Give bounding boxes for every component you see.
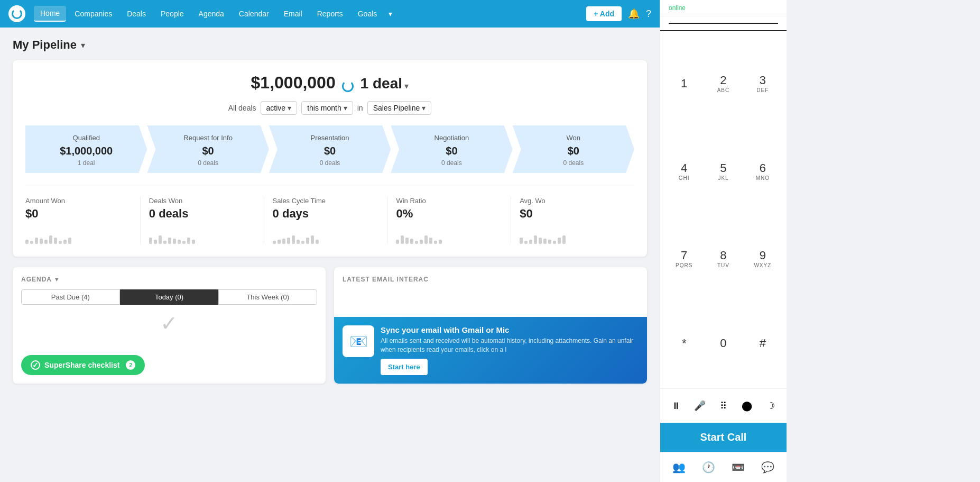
deal-count-dropdown-icon[interactable]: ▾ <box>404 81 409 90</box>
dial-key-9[interactable]: 9 WXYZ <box>743 215 782 303</box>
stat-label: Avg. Wo <box>520 197 626 205</box>
deal-count: 1 deal <box>360 75 402 92</box>
stage-amount: $0 <box>519 145 628 157</box>
stage-amount: $0 <box>153 145 262 157</box>
pipeline-filter-dropdown[interactable]: Sales Pipeline ▾ <box>367 101 432 115</box>
stats-row: Amount Won $0 Deals Won 0 deals <box>25 186 634 244</box>
mute-button[interactable]: 🎤 <box>689 395 710 416</box>
agenda-tab-this-week[interactable]: This Week (0) <box>218 289 317 305</box>
stat-value: 0 days <box>273 207 379 221</box>
phone-panel: online 1 2 ABC 3 DEF 4 GHI 5 JKL 6 MNO 7 <box>660 0 787 482</box>
stage-deals: 0 deals <box>519 159 628 167</box>
nav-people[interactable]: People <box>154 6 190 21</box>
nav-deals[interactable]: Deals <box>121 6 152 21</box>
pipeline-dropdown-icon[interactable]: ▾ <box>81 40 85 50</box>
nav-reports[interactable]: Reports <box>311 6 349 21</box>
speaker-button[interactable]: ⬤ <box>736 395 757 416</box>
add-button[interactable]: + Add <box>586 6 622 21</box>
stat-label: Amount Won <box>25 197 132 205</box>
notification-icon[interactable]: 🔔 <box>628 8 640 20</box>
contacts-icon: 👥 <box>672 461 686 474</box>
logo[interactable] <box>8 5 25 22</box>
stage-request-info[interactable]: Request for Info $0 0 deals <box>147 125 269 173</box>
agenda-tab-past-due[interactable]: Past Due (4) <box>21 289 120 305</box>
email-notif-title: Sync your email with Gmail or Mic <box>381 325 639 334</box>
dial-key-star[interactable]: * <box>664 303 704 385</box>
email-notification-banner: 📧 Sync your email with Gmail or Mic All … <box>334 317 647 384</box>
agenda-section-title: AGENDA <box>21 276 52 283</box>
stage-deals: 1 deal <box>32 159 141 167</box>
nav-email[interactable]: Email <box>278 6 309 21</box>
nav-home[interactable]: Home <box>34 6 66 22</box>
email-start-here-button[interactable]: Start here <box>381 359 428 375</box>
stage-name: Presentation <box>275 134 384 142</box>
stat-avg-wo: Avg. Wo $0 <box>511 197 634 244</box>
pause-button[interactable]: ⏸ <box>665 395 687 416</box>
recent-calls-icon: 🕐 <box>702 461 715 474</box>
moon-button[interactable]: ☽ <box>760 395 781 416</box>
agenda-card: AGENDA ▾ Past Due (4) Today (0) This Wee… <box>13 267 326 384</box>
dial-key-6[interactable]: 6 MNO <box>743 128 782 215</box>
dial-key-8[interactable]: 8 TUV <box>704 215 743 303</box>
dial-key-3[interactable]: 3 DEF <box>743 40 782 128</box>
stat-amount-won: Amount Won $0 <box>25 197 141 244</box>
phone-input-area <box>660 16 787 31</box>
stat-win-ratio: Win Ratio 0% <box>387 197 511 244</box>
stage-presentation[interactable]: Presentation $0 0 deals <box>269 125 391 173</box>
dial-grid: 1 2 ABC 3 DEF 4 GHI 5 JKL 6 MNO 7 PQRS 8 <box>660 35 787 388</box>
loading-spinner <box>342 80 354 92</box>
chat-nav-button[interactable]: 💬 <box>757 459 779 476</box>
email-section-title: LATEST EMAIL INTERAC <box>343 276 429 283</box>
stage-won[interactable]: Won $0 0 deals <box>513 125 634 173</box>
dial-key-5[interactable]: 5 JKL <box>704 128 743 215</box>
nav-more-icon[interactable]: ▾ <box>385 6 395 21</box>
stat-value: $0 <box>520 207 626 221</box>
start-call-button[interactable]: Start Call <box>660 423 787 452</box>
pipeline-stages: Qualified $1,000,000 1 deal Request for … <box>25 125 634 173</box>
status-filter-dropdown[interactable]: active ▾ <box>261 101 298 115</box>
contacts-nav-button[interactable]: 👥 <box>668 459 690 476</box>
stat-value: $0 <box>25 207 132 221</box>
stage-deals: 0 deals <box>153 159 262 167</box>
stage-negotiation[interactable]: Negotiation $0 0 deals <box>391 125 512 173</box>
phone-controls: ⏸ 🎤 ⠿ ⬤ ☽ <box>660 388 787 423</box>
stat-sales-cycle: Sales Cycle Time 0 days <box>264 197 388 244</box>
nav-goals[interactable]: Goals <box>352 6 384 21</box>
agenda-tab-today[interactable]: Today (0) <box>120 289 219 305</box>
email-icon: 📧 <box>343 325 374 357</box>
period-filter-dropdown[interactable]: this month ▾ <box>301 101 353 115</box>
supershare-checklist-button[interactable]: ✓ SuperShare checklist 2 <box>21 355 145 375</box>
dial-key-0[interactable]: 0 <box>704 303 743 385</box>
stage-name: Request for Info <box>153 134 262 142</box>
recent-calls-nav-button[interactable]: 🕐 <box>698 459 719 476</box>
stat-value: 0% <box>396 207 502 221</box>
chat-icon: 💬 <box>761 461 774 474</box>
dial-key-2[interactable]: 2 ABC <box>704 40 743 128</box>
top-nav: Home Companies Deals People Agenda Calen… <box>0 0 660 28</box>
dial-key-1[interactable]: 1 <box>664 40 704 128</box>
nav-agenda[interactable]: Agenda <box>192 6 230 21</box>
stage-amount: $1,000,000 <box>32 145 141 157</box>
dial-key-4[interactable]: 4 GHI <box>664 128 704 215</box>
dial-key-hash[interactable]: # <box>743 303 782 385</box>
help-icon[interactable]: ? <box>646 8 651 20</box>
dial-key-7[interactable]: 7 PQRS <box>664 215 704 303</box>
agenda-dropdown-icon[interactable]: ▾ <box>55 276 59 283</box>
stage-qualified[interactable]: Qualified $1,000,000 1 deal <box>25 125 147 173</box>
pipeline-card: $1,000,000 1 deal ▾ All deals active ▾ t… <box>13 60 647 257</box>
stat-label: Win Ratio <box>396 197 502 205</box>
keypad-button[interactable]: ⠿ <box>713 395 734 416</box>
nav-companies[interactable]: Companies <box>68 6 118 21</box>
stage-amount: $0 <box>397 145 506 157</box>
stat-deals-won: Deals Won 0 deals <box>141 197 264 244</box>
nav-calendar[interactable]: Calendar <box>233 6 275 21</box>
agenda-check-icon: ✓ <box>21 311 317 335</box>
phone-bottom-nav: 👥 🕐 📼 💬 <box>660 452 787 482</box>
phone-status: online <box>660 0 787 16</box>
email-notif-content: Sync your email with Gmail or Mic All em… <box>381 325 639 375</box>
filter-in-label: in <box>357 104 363 112</box>
voicemail-nav-button[interactable]: 📼 <box>727 459 749 476</box>
deal-amount: $1,000,000 <box>251 73 336 92</box>
stage-name: Won <box>519 134 628 142</box>
stat-label: Sales Cycle Time <box>273 197 379 205</box>
